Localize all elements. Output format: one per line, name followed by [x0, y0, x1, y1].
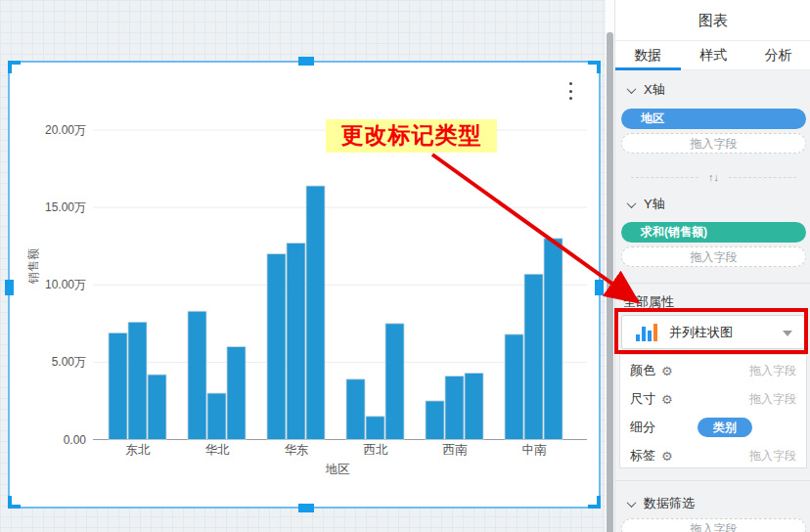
property-row-label: 标签 ⚙ 拖入字段 [620, 442, 806, 469]
data-filter-section-header[interactable]: 数据筛选 [628, 496, 695, 511]
chart-type-value: 并列柱状图 [669, 324, 733, 341]
annotation-callout: 更改标记类型 [326, 119, 497, 153]
size-label: 尺寸 [630, 390, 655, 408]
chevron-down-icon [627, 498, 637, 508]
x-axis-section-header[interactable]: X轴 [628, 82, 665, 98]
tab-style[interactable]: 样式 [681, 41, 746, 69]
x-axis-label: X轴 [644, 81, 665, 99]
svg-text:地区: 地区 [326, 463, 351, 476]
x-axis-drop-zone[interactable]: 拖入字段 [621, 133, 806, 154]
svg-text:5.00万: 5.00万 [52, 355, 86, 369]
svg-text:10.00万: 10.00万 [45, 278, 86, 291]
chart-widget-card[interactable]: 20.00万15.00万10.00万5.00万0.00东北华北华东西北西南中南地… [8, 61, 601, 509]
y-axis-label: Y轴 [644, 196, 665, 213]
svg-text:西南: 西南 [443, 443, 469, 457]
caret-down-icon [783, 331, 792, 336]
gear-icon[interactable]: ⚙ [661, 392, 673, 407]
size-drop-zone[interactable]: 拖入字段 [749, 391, 796, 408]
property-row-color: 颜色 ⚙ 拖入字段 [620, 357, 806, 384]
filter-drop-zone[interactable]: 拖入字段 [621, 518, 806, 532]
dashed-divider [631, 177, 698, 178]
svg-text:华北: 华北 [205, 443, 231, 457]
swap-axes-control[interactable]: ↑↓ [621, 170, 806, 184]
app-stage: 20.00万15.00万10.00万5.00万0.00东北华北华东西北西南中南地… [0, 0, 810, 532]
design-canvas[interactable]: 20.00万15.00万10.00万5.00万0.00东北华北华东西北西南中南地… [0, 0, 606, 532]
x-axis-field-pill[interactable]: 地区 [621, 109, 806, 129]
selection-corner-bottom-right [588, 496, 601, 509]
y-axis-drop-zone[interactable]: 拖入字段 [621, 246, 806, 267]
dashed-divider [729, 177, 796, 178]
svg-text:0.00: 0.00 [64, 433, 87, 447]
section-divider [615, 480, 810, 481]
svg-text:销售额: 销售额 [26, 248, 40, 285]
grouped-bar-chart-icon [636, 324, 657, 341]
y-axis-section-header[interactable]: Y轴 [628, 197, 665, 212]
panel-tabs: 数据 样式 分析 [615, 41, 810, 70]
label-label: 标签 [630, 447, 655, 465]
property-row-detail: 细分 类别 [620, 414, 806, 441]
resize-handle-right[interactable] [595, 280, 604, 295]
property-row-size: 尺寸 ⚙ 拖入字段 [620, 385, 806, 413]
section-divider [615, 283, 810, 284]
tab-analysis[interactable]: 分析 [745, 41, 810, 69]
svg-text:华东: 华东 [285, 443, 309, 457]
gear-icon[interactable]: ⚙ [661, 449, 673, 464]
all-properties-label: 全部属性 [623, 293, 674, 311]
svg-text:20.00万: 20.00万 [45, 123, 86, 137]
mark-properties-box: 颜色 ⚙ 拖入字段 尺寸 ⚙ 拖入字段 细分 类别 标签 ⚙ 拖入字段 [619, 354, 807, 468]
kebab-menu-icon[interactable] [563, 82, 577, 100]
panel-title: 图表 [615, 0, 810, 41]
swap-vertical-icon[interactable]: ↑↓ [708, 171, 719, 183]
chart-type-dropdown[interactable]: 并列柱状图 [621, 315, 805, 349]
resize-handle-left[interactable] [5, 280, 14, 295]
tab-data[interactable]: 数据 [615, 41, 681, 69]
selection-corner-top-left [8, 61, 21, 73]
chart-config-panel: 图表 数据 样式 分析 X轴 地区 拖入字段 ↑↓ Y轴 求和(销售额) 拖入字… [614, 0, 810, 532]
color-label: 颜色 [630, 362, 655, 379]
color-drop-zone[interactable]: 拖入字段 [749, 363, 796, 379]
svg-text:东北: 东北 [126, 443, 152, 457]
gear-icon[interactable]: ⚙ [661, 364, 673, 378]
chevron-down-icon [627, 199, 637, 208]
canvas-scrollbar-thumb[interactable] [607, 32, 613, 532]
canvas-scrollbar-track [606, 0, 614, 532]
data-filter-label: 数据筛选 [644, 495, 695, 512]
svg-text:西北: 西北 [364, 443, 389, 457]
resize-handle-top[interactable] [298, 57, 314, 66]
resize-handle-bottom[interactable] [298, 504, 314, 512]
svg-text:15.00万: 15.00万 [45, 200, 86, 214]
detail-field-pill[interactable]: 类别 [698, 418, 752, 437]
chevron-down-icon [627, 84, 637, 94]
grouped-bar-chart: 20.00万15.00万10.00万5.00万0.00东北华北华东西北西南中南地… [10, 63, 599, 507]
selection-corner-bottom-left [8, 496, 21, 509]
detail-label: 细分 [630, 419, 655, 436]
selection-corner-top-right [588, 61, 601, 73]
svg-text:中南: 中南 [522, 443, 548, 457]
y-axis-field-pill[interactable]: 求和(销售额) [621, 222, 806, 243]
label-drop-zone[interactable]: 拖入字段 [749, 448, 796, 465]
